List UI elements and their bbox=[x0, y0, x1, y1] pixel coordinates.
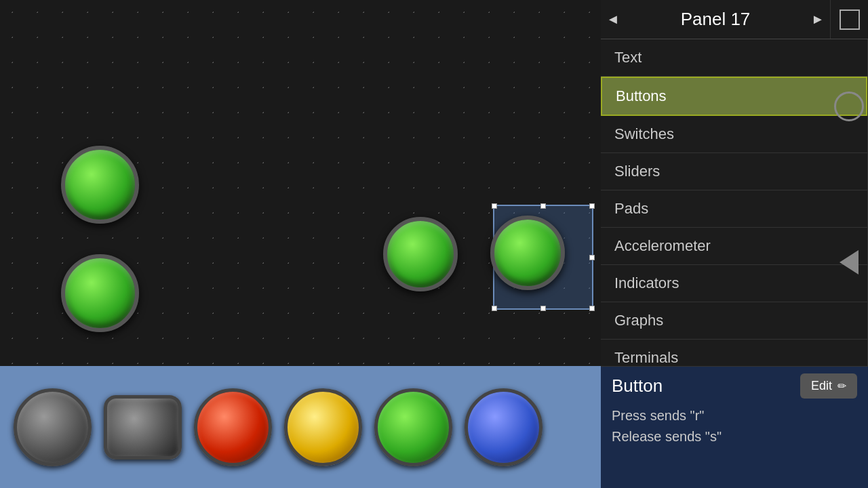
handle-tm[interactable] bbox=[540, 203, 546, 209]
release-sends-info: Release sends "s" bbox=[612, 429, 857, 445]
next-panel-button[interactable]: ► bbox=[806, 7, 830, 32]
canvas-button-3[interactable] bbox=[383, 217, 458, 291]
canvas-buttons bbox=[0, 0, 601, 366]
widget-item-sliders[interactable]: Sliders bbox=[601, 153, 867, 190]
widget-terminals-label: Terminals bbox=[614, 349, 854, 366]
press-sends-info: Press sends "r" bbox=[612, 408, 857, 424]
pencil-icon: ✏ bbox=[837, 380, 846, 392]
right-panel: ◄ Panel 17 ► Text Buttons Switches Slide… bbox=[601, 0, 868, 488]
handle-br[interactable] bbox=[589, 306, 595, 311]
release-sends-text: Release sends "s" bbox=[612, 429, 722, 444]
toolbar-yellow-circle[interactable] bbox=[284, 388, 362, 466]
right-section: ◄ Panel 17 ► Text Buttons Switches Slide… bbox=[601, 0, 868, 488]
toolbar-red-circle[interactable] bbox=[194, 388, 272, 466]
widget-indicators-label: Indicators bbox=[614, 274, 854, 292]
toolbar-blue-circle[interactable] bbox=[465, 388, 542, 466]
widget-buttons-label: Buttons bbox=[616, 87, 852, 105]
handle-bm[interactable] bbox=[540, 306, 546, 311]
widget-item-terminals[interactable]: Terminals bbox=[601, 340, 867, 366]
toolbar-green-circle[interactable] bbox=[374, 388, 452, 466]
canvas-button-1[interactable] bbox=[61, 146, 139, 224]
side-icons bbox=[830, 0, 868, 366]
widget-type-label: Button bbox=[612, 375, 663, 396]
widget-graphs-label: Graphs bbox=[614, 312, 854, 329]
widget-item-buttons[interactable]: Buttons bbox=[601, 77, 867, 116]
handle-tl[interactable] bbox=[492, 203, 497, 209]
widget-item-indicators[interactable]: Indicators bbox=[601, 265, 867, 302]
widget-accelerometer-label: Accelerometer bbox=[614, 237, 854, 255]
canvas-area[interactable] bbox=[0, 0, 601, 488]
widget-item-text[interactable]: Text bbox=[601, 39, 867, 77]
widget-item-switches[interactable]: Switches bbox=[601, 116, 867, 153]
prev-panel-button[interactable]: ◄ bbox=[601, 7, 625, 32]
panel-nav: ◄ Panel 17 ► bbox=[601, 0, 868, 39]
handle-bl[interactable] bbox=[492, 306, 497, 311]
handle-mr[interactable] bbox=[589, 255, 595, 260]
back-triangle-icon[interactable] bbox=[840, 250, 859, 274]
widget-pads-label: Pads bbox=[614, 200, 854, 218]
canvas-button-4-selected[interactable] bbox=[490, 216, 565, 290]
toolbar-gray-circle[interactable] bbox=[14, 388, 92, 466]
edit-button[interactable]: Edit ✏ bbox=[800, 373, 857, 399]
widget-text-label: Text bbox=[614, 49, 854, 66]
widget-item-accelerometer[interactable]: Accelerometer bbox=[601, 228, 867, 265]
widget-list: Text Buttons Switches Sliders Pads Accel… bbox=[601, 39, 868, 366]
widget-switches-label: Switches bbox=[614, 125, 854, 143]
panel-title: Panel 17 bbox=[636, 9, 795, 30]
widget-item-graphs[interactable]: Graphs bbox=[601, 302, 867, 340]
circle-outline-icon[interactable] bbox=[834, 92, 864, 121]
bottom-toolbar bbox=[0, 366, 601, 488]
edit-label: Edit bbox=[811, 379, 832, 393]
canvas-button-2[interactable] bbox=[61, 254, 139, 332]
bottom-info-header: Button Edit ✏ bbox=[612, 373, 857, 399]
toolbar-gray-rect[interactable] bbox=[104, 395, 182, 460]
widget-sliders-label: Sliders bbox=[614, 163, 854, 180]
widget-item-pads[interactable]: Pads bbox=[601, 190, 867, 228]
press-sends-text: Press sends "r" bbox=[612, 408, 704, 423]
handle-tr[interactable] bbox=[589, 203, 595, 209]
bottom-info-panel: Button Edit ✏ Press sends "r" Release se… bbox=[601, 366, 868, 488]
